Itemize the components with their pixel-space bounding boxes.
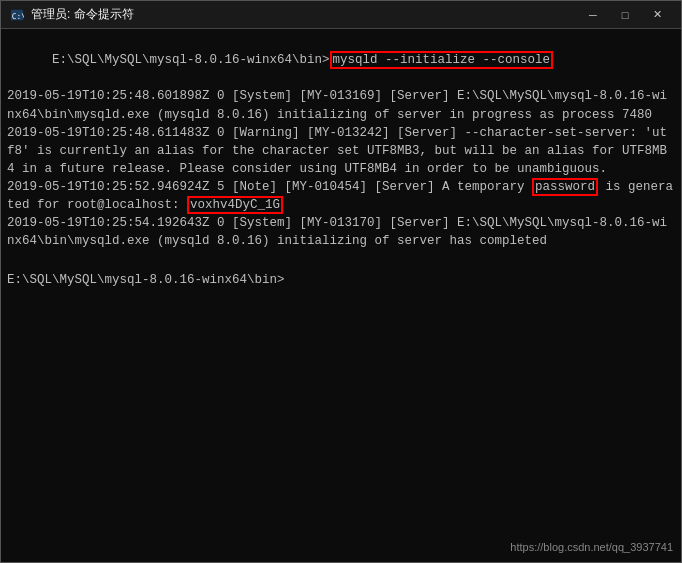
empty-line (7, 251, 675, 269)
log-prefix: 2019-05-19T10:25:52.946924Z 5 [Note] [MY… (7, 180, 532, 194)
minimize-button[interactable]: ─ (577, 1, 609, 29)
close-button[interactable]: ✕ (641, 1, 673, 29)
svg-text:C:\: C:\ (12, 11, 24, 20)
password-value-highlight: voxhv4DyC_1G (187, 196, 283, 214)
prompt-text: E:\SQL\MySQL\mysql-8.0.16-winx64\bin> (52, 53, 330, 67)
titlebar: C:\ 管理员: 命令提示符 ─ □ ✕ (1, 1, 681, 29)
password-label-highlight: password (532, 178, 598, 196)
app-icon: C:\ (9, 7, 25, 23)
log-line-3: 2019-05-19T10:25:52.946924Z 5 [Note] [MY… (7, 178, 675, 214)
maximize-button[interactable]: □ (609, 1, 641, 29)
window-controls: ─ □ ✕ (577, 1, 673, 29)
log-line-4: 2019-05-19T10:25:54.192643Z 0 [System] [… (7, 214, 675, 250)
log-line-2: 2019-05-19T10:25:48.611483Z 0 [Warning] … (7, 124, 675, 178)
log-line-1: 2019-05-19T10:25:48.601898Z 0 [System] [… (7, 87, 675, 123)
watermark: https://blog.csdn.net/qq_3937741 (510, 540, 673, 556)
terminal-body[interactable]: E:\SQL\MySQL\mysql-8.0.16-winx64\bin>mys… (1, 29, 681, 562)
command-text: mysqld --initialize --console (330, 51, 554, 69)
command-line: E:\SQL\MySQL\mysql-8.0.16-winx64\bin>mys… (7, 33, 675, 87)
window-title: 管理员: 命令提示符 (31, 6, 577, 23)
final-prompt: E:\SQL\MySQL\mysql-8.0.16-winx64\bin> (7, 271, 675, 289)
window: C:\ 管理员: 命令提示符 ─ □ ✕ E:\SQL\MySQL\mysql-… (0, 0, 682, 563)
